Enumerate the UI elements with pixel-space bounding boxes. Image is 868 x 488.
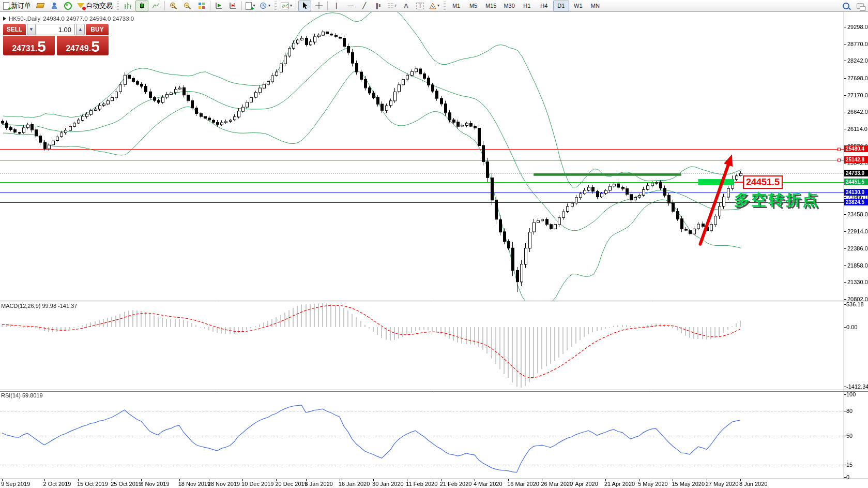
timeframe-mn-button[interactable]: MN [587, 1, 603, 11]
text-label-button[interactable]: T [414, 1, 427, 11]
sell-button[interactable]: SELL [3, 24, 26, 35]
timeframe-m1-button[interactable]: M1 [448, 1, 464, 11]
timeframe-m15-button[interactable]: M15 [482, 1, 499, 11]
new-chart-icon: + [246, 2, 252, 10]
text-button[interactable]: A [400, 1, 413, 11]
new-chart-button[interactable]: + ▾ [244, 1, 257, 11]
one-click-trade-panel: SELL ▼ 1.00 ▲ BUY 24731.5 24749.5 [3, 24, 109, 56]
toolbar-separator [296, 1, 296, 10]
sell-price-big: 5 [37, 39, 46, 54]
toolbar-separator [164, 1, 165, 10]
clock-icon [260, 2, 267, 10]
toolbar-grip [444, 2, 446, 10]
volume-increase-button[interactable]: ▲ [76, 24, 85, 35]
timeframe-w1-button[interactable]: W1 [570, 1, 586, 11]
metaeditor-button[interactable] [48, 1, 60, 11]
panel-toggle-icon[interactable] [3, 17, 6, 21]
symbol-period-label: HK50-,Daily [9, 16, 40, 22]
text-icon: A [404, 3, 408, 9]
toolbar-separator [327, 1, 328, 10]
auto-scroll-icon [215, 2, 223, 9]
volume-decrease-button[interactable]: ▼ [27, 24, 36, 35]
chart-shift-button[interactable] [226, 1, 239, 11]
fibonacci-icon [387, 3, 394, 9]
autotrading-label: 自动交易 [86, 1, 113, 10]
turning-point-note[interactable]: 多空转折点 [734, 189, 819, 211]
macd-label: MACD(12,26,9) 99.98 -141.37 [1, 303, 77, 309]
timeframe-group: M1M5M15M30H1H4D1W1MN [448, 1, 604, 11]
chevron-down-icon: ▾ [268, 4, 270, 8]
channel-sub-label: E [378, 4, 380, 8]
new-order-icon: + [3, 2, 9, 10]
line-chart-icon [152, 2, 160, 9]
trendline-icon: ╱ [362, 3, 366, 9]
toolbar-grip [275, 2, 277, 10]
text-label-icon: T [416, 3, 424, 9]
cursor-button[interactable] [298, 1, 311, 11]
chart-title: HK50-,Daily 24934.0 24977.0 24594.0 2473… [3, 16, 134, 22]
main-toolbar: + 新订单 自动交易 + ▾ ▾ [0, 0, 868, 12]
toolbar-separator [241, 1, 242, 10]
signals-icon [64, 2, 72, 10]
chat-icon [857, 3, 864, 9]
toolbar-separator [210, 1, 210, 10]
autotrading-icon [77, 3, 84, 8]
search-button[interactable] [840, 1, 852, 11]
candlestick-chart-button[interactable] [135, 1, 148, 11]
crosshair-icon [315, 2, 323, 9]
horizontal-line-icon: — [347, 3, 354, 9]
timeframe-d1-button[interactable]: D1 [553, 1, 569, 11]
chart-canvas[interactable] [0, 0, 868, 488]
market-icon [36, 3, 44, 8]
price-callout-box[interactable]: 24451.5 [743, 175, 783, 189]
search-icon [843, 3, 849, 9]
timeframe-m30-button[interactable]: M30 [500, 1, 517, 11]
profiles-button[interactable]: ▾ [258, 1, 272, 11]
signals-button[interactable] [62, 1, 74, 11]
zoom-in-icon [170, 2, 177, 10]
zoom-out-button[interactable] [181, 1, 194, 11]
buy-price[interactable]: 24749.5 [57, 36, 109, 55]
spin-down-icon: ▼ [30, 28, 33, 32]
chevron-down-icon: ▾ [290, 4, 292, 8]
metaeditor-icon [51, 3, 57, 9]
trendline-button[interactable]: ╱ [358, 1, 371, 11]
buy-button[interactable]: BUY [86, 24, 109, 35]
buy-price-main: 24749 [66, 43, 89, 54]
candlestick-chart-icon [138, 2, 146, 9]
sell-price-main: 24731 [12, 43, 35, 54]
vertical-line-icon: | [336, 3, 338, 9]
line-chart-button[interactable] [149, 1, 162, 11]
timeframe-m5-button[interactable]: M5 [465, 1, 481, 11]
bar-chart-button[interactable] [121, 1, 134, 11]
shapes-icon [429, 3, 436, 9]
bar-chart-icon [124, 2, 132, 9]
ohlc-values: 24934.0 24977.0 24594.0 24733.0 [43, 16, 134, 22]
equidistant-channel-button[interactable]: ∥E [372, 1, 385, 11]
zoom-out-icon [184, 2, 191, 10]
fibonacci-sub-label: F [394, 4, 397, 8]
timeframe-h4-button[interactable]: H4 [536, 1, 552, 11]
spin-up-icon: ▲ [79, 28, 82, 32]
indicators-button[interactable]: ▾ [279, 1, 294, 11]
timeframe-h1-button[interactable]: H1 [519, 1, 535, 11]
vertical-line-button[interactable]: | [330, 1, 343, 11]
auto-scroll-button[interactable] [212, 1, 225, 11]
fibonacci-button[interactable]: F [386, 1, 399, 11]
autotrading-button[interactable]: 自动交易 [75, 1, 114, 11]
chat-button[interactable] [854, 1, 866, 11]
chevron-down-icon: ▾ [437, 4, 439, 8]
zoom-in-button[interactable] [167, 1, 180, 11]
shapes-button[interactable]: ▾ [428, 1, 441, 11]
volume-input[interactable]: 1.00 [37, 24, 75, 35]
sell-price[interactable]: 24731.5 [3, 36, 55, 55]
crosshair-button[interactable] [312, 1, 325, 11]
tile-windows-button[interactable] [195, 1, 208, 11]
rsi-label: RSI(14) 59.8019 [1, 392, 43, 398]
new-order-button[interactable]: + 新订单 [2, 1, 33, 11]
new-order-label: 新订单 [11, 1, 31, 10]
horizontal-line-button[interactable]: — [344, 1, 357, 11]
market-button[interactable] [34, 1, 47, 11]
cursor-icon [301, 2, 308, 9]
chart-shift-icon [229, 2, 237, 9]
